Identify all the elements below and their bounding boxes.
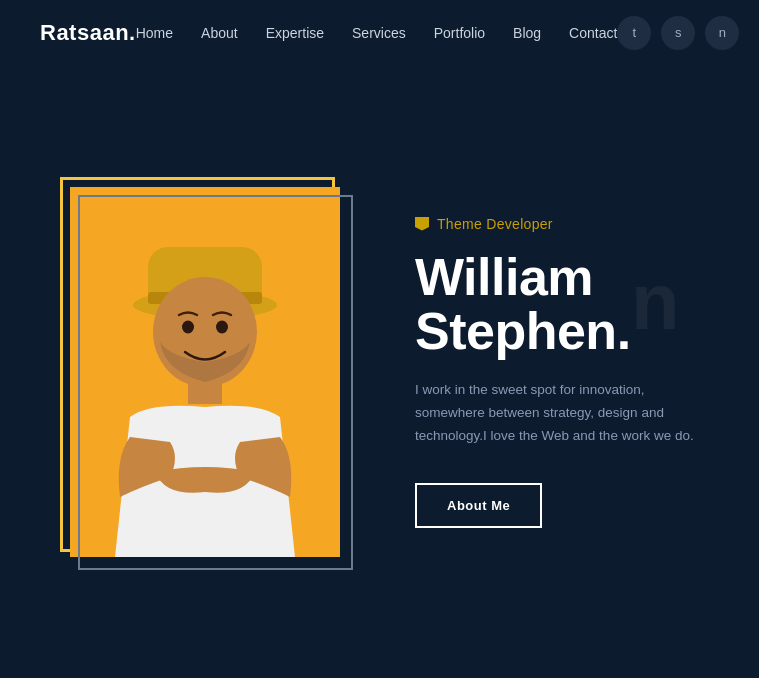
nav-links: Home About Expertise Services Portfolio … [136, 24, 618, 42]
svg-point-6 [216, 320, 228, 333]
nav-item-expertise[interactable]: Expertise [266, 24, 324, 42]
nav-link-expertise[interactable]: Expertise [266, 25, 324, 41]
hero-name-line1: William [415, 248, 593, 306]
nav-item-blog[interactable]: Blog [513, 24, 541, 42]
svg-point-5 [182, 320, 194, 333]
about-me-button[interactable]: About Me [415, 483, 542, 528]
hero-name: n William Stephen. [415, 250, 699, 359]
role-badge: Theme Developer [415, 216, 699, 232]
hero-content: Theme Developer n William Stephen. I wor… [415, 216, 699, 528]
nav-link-about[interactable]: About [201, 25, 238, 41]
nav-link-blog[interactable]: Blog [513, 25, 541, 41]
hero-name-line2: Stephen. [415, 302, 631, 360]
social-icon-2[interactable]: s [661, 16, 695, 50]
nav-item-home[interactable]: Home [136, 24, 173, 42]
nav-item-services[interactable]: Services [352, 24, 406, 42]
person-illustration [70, 187, 340, 557]
hero-description: I work in the sweet spot for innovation,… [415, 379, 699, 448]
nav-link-contact[interactable]: Contact [569, 25, 617, 41]
nav-item-about[interactable]: About [201, 24, 238, 42]
hero-name-bg-letter: n [631, 260, 679, 344]
bookmark-icon [415, 217, 429, 231]
social-icon-3[interactable]: n [705, 16, 739, 50]
hero-section: Theme Developer n William Stephen. I wor… [0, 65, 759, 678]
svg-rect-4 [188, 379, 222, 404]
logo: Ratsaan. [40, 20, 136, 46]
nav-item-contact[interactable]: Contact [569, 24, 617, 42]
social-icon-1[interactable]: t [617, 16, 651, 50]
nav-link-services[interactable]: Services [352, 25, 406, 41]
navbar: Ratsaan. Home About Expertise Services P… [0, 0, 759, 65]
hero-image-wrapper [60, 177, 355, 567]
nav-link-home[interactable]: Home [136, 25, 173, 41]
hero-photo [70, 187, 340, 557]
nav-link-portfolio[interactable]: Portfolio [434, 25, 485, 41]
nav-icon-group: t s n [617, 16, 739, 50]
role-text: Theme Developer [437, 216, 553, 232]
nav-item-portfolio[interactable]: Portfolio [434, 24, 485, 42]
